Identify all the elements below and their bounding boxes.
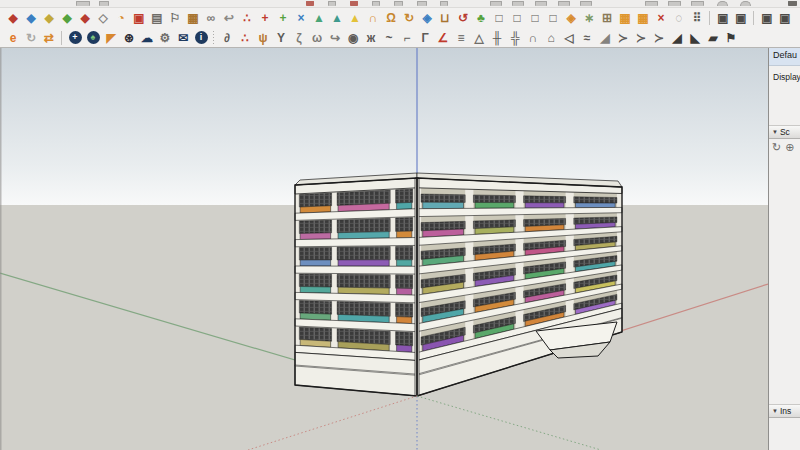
clipped-icon — [372, 1, 380, 6]
drop-teal-icon[interactable]: ▲ — [328, 9, 346, 26]
swirl-red-icon[interactable]: ↺ — [454, 9, 472, 26]
toolbar: ◆◆◆◆◆◇◔▣▤⚐▦∞↩∴++×▲▲▲∩Ω↻◈⊔↺♣□□□□◈∗⊞▦▦×◌⠿▣… — [0, 0, 800, 48]
layers-icon[interactable]: ≈ — [578, 29, 596, 46]
cube-rotate-icon[interactable]: □ — [508, 9, 526, 26]
layer-white-icon[interactable]: ◇ — [94, 9, 112, 26]
grid-orange1-icon[interactable]: ▦ — [616, 9, 634, 26]
speaker-icon[interactable]: ◁ — [560, 29, 578, 46]
layer-yellow-icon[interactable]: ◆ — [40, 9, 58, 26]
grid-box-icon[interactable]: ▤ — [148, 9, 166, 26]
corner-b-icon[interactable]: Γ — [416, 29, 434, 46]
node-path-icon[interactable]: ∴ — [236, 29, 254, 46]
wood-block-icon[interactable]: ▦ — [184, 9, 202, 26]
envelope-icon[interactable]: ✉ — [174, 29, 192, 46]
instructor-panel-header[interactable]: ▼ Ins — [769, 404, 800, 418]
eye-icon[interactable]: ◉ — [344, 29, 362, 46]
clipped-icon — [76, 1, 90, 6]
ramp-icon[interactable]: ◢ — [596, 29, 614, 46]
wire-box-icon[interactable]: ⊞ — [598, 9, 616, 26]
cloud-upload-icon[interactable]: ☁ — [138, 29, 156, 46]
claw-icon[interactable]: ψ — [254, 29, 272, 46]
plane-c-icon[interactable]: ≻ — [650, 29, 668, 46]
roof-material-icon[interactable]: ◤ — [102, 29, 120, 46]
horseshoe-icon[interactable]: Ω — [382, 9, 400, 26]
scenes-panel-header[interactable]: ▼ Sc — [769, 125, 800, 139]
grid-orange2-icon[interactable]: ▦ — [634, 9, 652, 26]
tray-item-display[interactable]: Display — [769, 66, 800, 82]
hook-tool-icon[interactable]: ↩ — [220, 9, 238, 26]
enscape-icon[interactable]: e — [4, 29, 22, 46]
pig-icon[interactable]: ω — [308, 29, 326, 46]
blue-star-icon[interactable]: × — [292, 9, 310, 26]
cube-array-icon[interactable]: □ — [544, 9, 562, 26]
toolbar-separator — [58, 30, 66, 46]
cone-icon[interactable]: △ — [470, 29, 488, 46]
clipped-icon — [740, 1, 751, 6]
layer-green-icon[interactable]: ◆ — [58, 9, 76, 26]
dark-flag-icon[interactable]: ⚑ — [722, 29, 740, 46]
loop-tool-icon[interactable]: ∂ — [218, 29, 236, 46]
info-circle-icon[interactable]: i — [192, 29, 210, 46]
cluster-icon[interactable]: ∗ — [580, 9, 598, 26]
fence-b-icon[interactable]: ╬ — [506, 29, 524, 46]
hook2-icon[interactable]: ↪ — [326, 29, 344, 46]
stamp-cube4-icon[interactable]: ▣ — [776, 9, 794, 26]
dark-box-icon[interactable]: ▰ — [704, 29, 722, 46]
red-xx-icon[interactable]: × — [652, 9, 670, 26]
arc-tool-icon[interactable]: ∩ — [364, 9, 382, 26]
gears-icon[interactable]: ⚙ — [156, 29, 174, 46]
compass-icon[interactable]: ◈ — [418, 9, 436, 26]
stamp-cube1-icon[interactable]: ▣ — [714, 9, 732, 26]
clipped-icon — [417, 1, 427, 6]
viewport[interactable] — [0, 48, 768, 450]
layer-red2-icon[interactable]: ◆ — [76, 9, 94, 26]
pattern-grid-icon[interactable]: ⠿ — [688, 9, 706, 26]
house-icon[interactable]: ⌂ — [542, 29, 560, 46]
glasses-icon[interactable]: ∞ — [202, 9, 220, 26]
plant-icon[interactable]: ♣ — [472, 9, 490, 26]
dark-wedge-icon[interactable]: ◣ — [686, 29, 704, 46]
green-cross-icon[interactable]: + — [274, 9, 292, 26]
drop-green-icon[interactable]: ▲ — [310, 9, 328, 26]
layer-blue-icon[interactable]: ◆ — [22, 9, 40, 26]
add-scene-icon[interactable]: ⊕ — [785, 141, 794, 154]
viewport-canvas[interactable] — [0, 48, 768, 450]
clipped-icon — [306, 1, 314, 6]
stack-icon[interactable]: ≡ — [452, 29, 470, 46]
pacman-sphere-icon[interactable]: ◔ — [112, 9, 130, 26]
layer-red-icon[interactable]: ◆ — [4, 9, 22, 26]
add-circle-icon[interactable]: + — [66, 29, 84, 46]
red-path-icon[interactable]: ∴ — [238, 9, 256, 26]
flag-icon[interactable]: ⚐ — [166, 9, 184, 26]
fence-a-icon[interactable]: ╫ — [488, 29, 506, 46]
wave-icon[interactable]: ~ — [380, 29, 398, 46]
orange-node-icon[interactable]: ◈ — [562, 9, 580, 26]
tree-circle-icon[interactable]: ♠ — [84, 29, 102, 46]
dark-ramp-icon[interactable]: ◢ — [668, 29, 686, 46]
red-cross-icon[interactable]: + — [256, 9, 274, 26]
rooster-icon[interactable]: ζ — [290, 29, 308, 46]
dome-icon[interactable]: ∩ — [524, 29, 542, 46]
swap-arrows-icon[interactable]: ⇄ — [40, 29, 58, 46]
plane-a-icon[interactable]: ≻ — [614, 29, 632, 46]
bucket-icon[interactable]: ⊔ — [436, 9, 454, 26]
update-scene-icon[interactable]: ↻ — [772, 141, 781, 154]
plane-b-icon[interactable]: ≻ — [632, 29, 650, 46]
corner-a-icon[interactable]: ⌐ — [398, 29, 416, 46]
beetle-icon[interactable]: ж — [362, 29, 380, 46]
mesh-sphere-icon[interactable]: ⊛ — [120, 29, 138, 46]
tray-title: Defau — [769, 48, 800, 66]
stamp-cube3-icon[interactable]: ▣ — [758, 9, 776, 26]
y-split-icon[interactable]: Y — [272, 29, 290, 46]
red-panel-icon[interactable]: ▣ — [130, 9, 148, 26]
sync-icon[interactable]: ↻ — [22, 29, 40, 46]
default-tray-panel: Defau Display ▼ Sc ↻⊕ ▼ Ins — [768, 48, 800, 450]
spiral-icon[interactable]: ↻ — [400, 9, 418, 26]
tree-circle-icon: ♠ — [87, 31, 100, 44]
cube-copy-icon[interactable]: □ — [526, 9, 544, 26]
lasso-icon[interactable]: ◌ — [670, 9, 688, 26]
cube-move-icon[interactable]: □ — [490, 9, 508, 26]
stamp-cube2-icon[interactable]: ▣ — [732, 9, 750, 26]
warning-icon[interactable]: ▲ — [346, 9, 364, 26]
red-angle-icon[interactable]: ∠ — [434, 29, 452, 46]
